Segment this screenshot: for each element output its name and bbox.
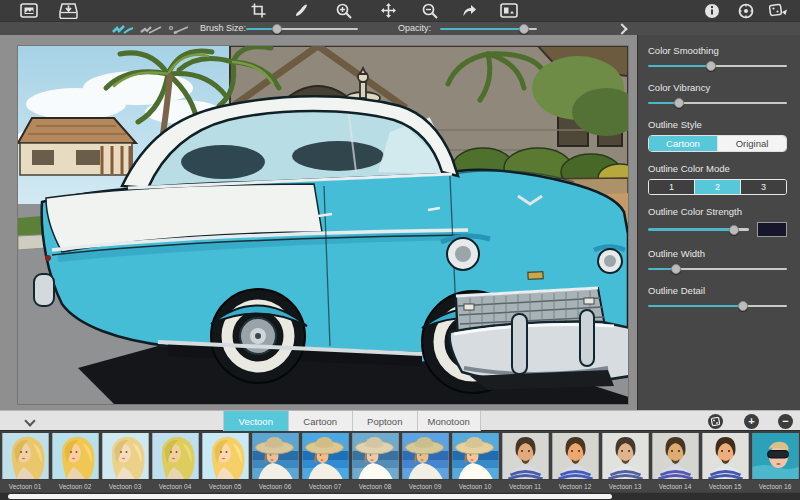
settings-icon[interactable]: [735, 2, 757, 19]
panel-collapse-icon[interactable]: [616, 24, 626, 34]
preset-thumbnail[interactable]: Vectoon 07: [300, 431, 350, 493]
rear-wheel: [211, 289, 305, 383]
outline-color-strength-slider[interactable]: [648, 225, 749, 235]
preset-thumbnail[interactable]: Vectoon 06: [250, 431, 300, 493]
outline-detail-control: Outline Detail: [648, 285, 787, 311]
outline-color-mode-1[interactable]: 1: [649, 180, 694, 194]
preset-thumbnail[interactable]: Vectoon 13: [600, 431, 650, 493]
outline-color-mode-control: Outline Color Mode 1 2 3: [648, 163, 787, 195]
preset-thumbnail-label: Vectoon 14: [650, 480, 700, 492]
collapse-strip-icon[interactable]: [24, 417, 36, 426]
preset-thumbnail-image: [602, 433, 649, 479]
brush-size-knob[interactable]: [272, 24, 282, 34]
adjustment-panel: Color Smoothing Color Vibrancy Outline S…: [637, 35, 800, 410]
canvas-photo[interactable]: [18, 46, 628, 404]
outline-style-option-original[interactable]: Original: [717, 136, 786, 151]
preset-thumbnail-image: [302, 433, 349, 479]
preset-thumbnail[interactable]: Vectoon 09: [400, 431, 450, 493]
new-image-icon[interactable]: [18, 2, 40, 19]
preset-thumbnail-image: [452, 433, 499, 479]
zoom-in-icon[interactable]: [333, 2, 355, 19]
opacity-slider[interactable]: [440, 24, 537, 34]
app-window: Brush Size: Opacity: Vectoon: [0, 0, 800, 500]
color-smoothing-slider[interactable]: [648, 61, 787, 71]
preset-thumbnail[interactable]: Vectoon 02: [50, 431, 100, 493]
preset-thumbnail-image: [152, 433, 199, 479]
preset-thumbnail-label: Vectoon 11: [500, 480, 550, 492]
preset-thumbnail-label: Vectoon 12: [550, 480, 600, 492]
outline-color-swatch[interactable]: [757, 222, 787, 237]
shuffle-presets-button[interactable]: [708, 414, 723, 429]
retouch-brush-icon[interactable]: [290, 2, 312, 19]
brush-size-track: [246, 28, 358, 31]
color-vibrancy-slider[interactable]: [648, 98, 787, 108]
filmstrip-scrollbar[interactable]: [0, 493, 800, 500]
info-icon[interactable]: [701, 2, 723, 19]
outline-width-slider[interactable]: [648, 264, 787, 274]
outline-color-mode-2[interactable]: 2: [694, 180, 740, 194]
preset-thumbnail-image: [252, 433, 299, 479]
outline-color-strength-knob[interactable]: [729, 225, 739, 235]
crop-icon[interactable]: [247, 2, 269, 19]
preset-thumbnail-label: Vectoon 07: [300, 480, 350, 492]
preset-thumbnail[interactable]: Vectoon 10: [450, 431, 500, 493]
preset-thumbnail-label: Vectoon 05: [200, 480, 250, 492]
preset-thumbnail[interactable]: Vectoon 14: [650, 431, 700, 493]
color-smoothing-label: Color Smoothing: [648, 45, 787, 56]
outline-width-knob[interactable]: [671, 264, 681, 274]
tab-monotoon[interactable]: Monotoon: [417, 411, 482, 431]
color-smoothing-knob[interactable]: [706, 61, 716, 71]
outline-width-track: [648, 268, 787, 271]
preset-thumbnail[interactable]: Vectoon 01: [0, 431, 50, 493]
preset-thumbnail-image: [202, 433, 249, 479]
outline-color-mode-3[interactable]: 3: [740, 180, 786, 194]
opacity-knob[interactable]: [519, 24, 529, 34]
outline-style-label: Outline Style: [648, 119, 787, 130]
preset-thumbnail-label: Vectoon 04: [150, 480, 200, 492]
tab-vectoon[interactable]: Vectoon: [223, 411, 288, 431]
color-vibrancy-track: [648, 102, 787, 105]
preset-filmstrip: Vectoon 01 Vectoon 02 Vectoon 03 Vectoon…: [0, 431, 800, 493]
brush-size-slider[interactable]: [246, 24, 358, 34]
zoom-out-icon[interactable]: [419, 2, 441, 19]
outline-color-mode-label: Outline Color Mode: [648, 163, 787, 174]
preset-thumbnail[interactable]: Vectoon 15: [700, 431, 750, 493]
preset-thumbnail-image: [402, 433, 449, 479]
outline-width-control: Outline Width: [648, 248, 787, 274]
preset-thumbnail[interactable]: Vectoon 04: [150, 431, 200, 493]
preset-thumbnail[interactable]: Vectoon 16: [750, 431, 800, 493]
color-vibrancy-knob[interactable]: [674, 98, 684, 108]
compare-preview-icon[interactable]: [498, 2, 520, 19]
remove-preset-button[interactable]: −: [778, 414, 793, 429]
preset-thumbnail-label: Vectoon 02: [50, 480, 100, 492]
import-image-icon[interactable]: [57, 2, 79, 19]
outline-color-strength-control: Outline Color Strength: [648, 206, 787, 237]
preset-thumbnail-image: [752, 433, 799, 479]
preset-thumbnail-image: [552, 433, 599, 479]
preset-thumbnail-label: Vectoon 08: [350, 480, 400, 492]
preset-thumbnail-label: Vectoon 13: [600, 480, 650, 492]
preset-thumbnail-label: Vectoon 15: [700, 480, 750, 492]
preset-thumbnail-image: [652, 433, 699, 479]
preset-thumbnail-label: Vectoon 06: [250, 480, 300, 492]
outline-detail-knob[interactable]: [738, 301, 748, 311]
outline-style-option-cartoon[interactable]: Cartoon: [649, 136, 717, 151]
tab-poptoon[interactable]: Poptoon: [352, 411, 417, 431]
tab-cartoon[interactable]: Cartoon: [288, 411, 353, 431]
shuffle-share-icon[interactable]: [768, 2, 790, 19]
color-smoothing-control: Color Smoothing: [648, 45, 787, 71]
move-icon[interactable]: [377, 2, 399, 19]
preset-thumbnail[interactable]: Vectoon 05: [200, 431, 250, 493]
filmstrip-scrollbar-thumb[interactable]: [8, 494, 612, 499]
share-icon[interactable]: [458, 2, 480, 19]
preset-thumbnail[interactable]: Vectoon 11: [500, 431, 550, 493]
outline-detail-slider[interactable]: [648, 301, 787, 311]
preset-thumbnail-label: Vectoon 03: [100, 480, 150, 492]
workspace: [0, 35, 637, 410]
preset-thumbnail-image: [702, 433, 749, 479]
preset-thumbnail[interactable]: Vectoon 12: [550, 431, 600, 493]
preset-thumbnail[interactable]: Vectoon 08: [350, 431, 400, 493]
add-preset-button[interactable]: +: [744, 414, 759, 429]
neighbor-house: [18, 118, 136, 175]
preset-thumbnail[interactable]: Vectoon 03: [100, 431, 150, 493]
